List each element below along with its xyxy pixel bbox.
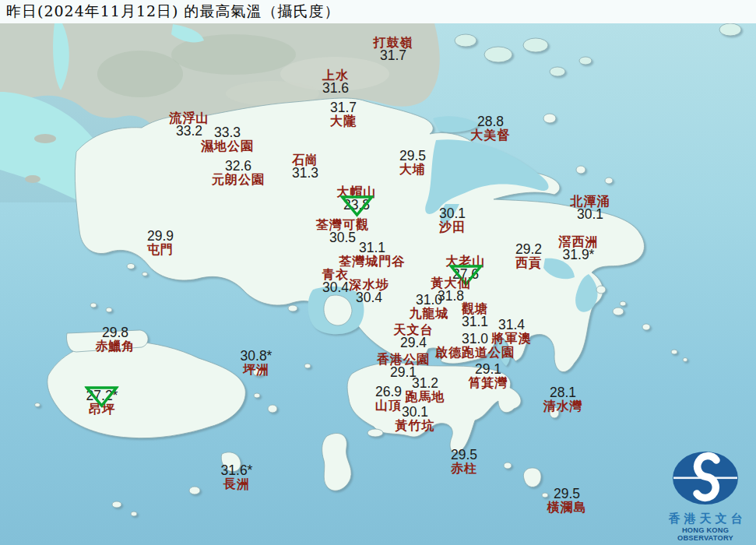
station-name: 荃灣城門谷 [339,255,406,268]
station-label: 29.2 西貢 [515,243,542,269]
station-label: 29.8 赤鱲角 [96,326,135,353]
station-max-temp: 29.9 [147,230,174,243]
hko-emblem-icon [670,448,741,508]
hko-max-temp-map: 昨日(2024年11月12日) 的最高氣溫（攝氏度） 打鼓嶺 31.7 上水 3… [0,0,756,545]
station-name: 筲箕灣 [469,376,508,389]
station-max-temp: 29.5 [451,448,477,462]
station-max-temp: 26.9 [375,385,402,399]
station-max-temp: 31.4 [492,318,532,332]
station-label: 28.8 大美督 [471,115,511,142]
hko-logo: 香港天文台 HONG KONG OBSERVATORY [658,448,753,542]
station-max-temp: 29.8 [96,326,135,339]
hko-name-zh: 香港天文台 [658,512,753,526]
station-max-temp: 30.4 [322,281,349,294]
map-title-bar: 昨日(2024年11月12日) 的最高氣溫（攝氏度） [0,0,756,23]
station-max-temp: 29.2 [515,243,542,256]
station-label: 31.0 啟德跑道公園 [435,332,515,359]
station-max-temp: 30.1 [439,207,466,220]
station-max-temp: 31.1 [339,241,406,255]
station-name: 昂坪 [86,403,118,416]
station-name: 啟德跑道公園 [435,346,515,359]
station-label: 天文台 29.4 [394,323,434,350]
station-max-temp: 31.7 [374,49,413,62]
station-name: 清水灣 [543,399,583,413]
hong-kong-map [0,0,756,545]
station-name: 黃竹坑 [396,419,435,432]
station-label: 北潭涌 30.1 [571,195,610,221]
station-max-temp: 28.8 [471,115,511,128]
station-name: 跑馬地 [406,390,445,403]
station-label: 滘西洲 31.9* [559,235,599,262]
station-max-temp: 31.9* [559,248,599,262]
station-max-temp: 31.3 [292,167,318,180]
station-max-temp: 30.8* [241,350,273,363]
station-max-temp: 27.2* [86,389,118,403]
station-label: 33.3 濕地公園 [201,126,254,153]
station-name: 橫瀾島 [547,501,587,514]
page-title: 昨日(2024年11月12日) 的最高氣溫（攝氏度） [6,2,340,22]
station-max-temp: 29.1 [469,363,508,376]
station-label: 青衣 30.4 [322,268,349,294]
station-max-temp: 31.0 [410,294,449,307]
station-max-temp: 30.1 [571,208,610,221]
station-max-temp: 23.8 [337,199,377,212]
station-name: 濕地公園 [201,139,254,153]
station-label: 27.2* 昂坪 [86,389,118,416]
station-max-temp: 28.1 [543,386,583,399]
station-label: 31.6* 長洲 [221,464,253,490]
station-name: 赤鱲角 [96,339,135,353]
station-max-temp: 29.5 [547,487,587,501]
station-label: 深水埗 30.4 [350,278,389,304]
station-name: 赤柱 [451,462,477,475]
station-name: 坪洲 [241,363,273,376]
station-max-temp: 31.7 [330,101,357,114]
station-label: 29.1 筲箕灣 [469,363,508,389]
station-label: 32.6 元朗公園 [212,160,265,186]
station-label: 31.1 荃灣城門谷 [339,241,406,268]
station-max-temp: 31.6* [221,464,253,477]
station-max-temp: 32.6 [212,160,265,173]
station-label: 30.1 沙田 [439,207,466,234]
station-name: 沙田 [439,220,466,234]
lamma-island [322,433,352,490]
station-label: 大帽山 23.8 [337,185,377,212]
station-name: 大隴 [330,114,357,128]
station-max-temp: 29.4 [394,336,434,350]
station-name: 大埔 [399,163,426,176]
station-name: 大美督 [471,128,511,142]
station-max-temp: 31.2 [406,377,445,390]
station-max-temp: 31.1 [462,315,488,329]
station-label: 29.5 赤柱 [451,448,477,475]
station-label: 29.5 橫瀾島 [547,487,587,514]
station-label: 28.1 清水灣 [543,386,583,413]
station-label: 31.0 九龍城 [410,294,449,320]
station-name: 元朗公園 [212,173,265,186]
station-name: 西貢 [515,256,542,269]
station-max-temp: 30.1 [396,406,435,419]
station-label: 29.9 屯門 [147,230,174,256]
station-label: 30.8* 坪洲 [241,350,273,376]
hko-name-en: HONG KONG OBSERVATORY [658,526,753,542]
station-label: 29.5 大埔 [399,149,426,176]
station-label: 31.7 大隴 [330,101,357,128]
station-max-temp: 33.3 [201,126,254,139]
station-max-temp: 31.0 [435,332,515,346]
station-label: 打鼓嶺 31.7 [374,36,413,62]
station-name: 屯門 [147,243,174,256]
station-name: 九龍城 [410,307,449,320]
station-label: 上水 31.6 [322,69,349,95]
station-label: 31.2 跑馬地 [406,377,445,403]
station-label: 30.1 黃竹坑 [396,406,435,432]
station-name: 長洲 [221,477,253,490]
station-max-temp: 30.4 [350,291,389,304]
station-max-temp: 31.6 [322,82,349,95]
station-label: 觀塘 31.1 [462,302,488,329]
station-label: 石崗 31.3 [292,153,318,180]
station-max-temp: 29.5 [399,149,426,163]
